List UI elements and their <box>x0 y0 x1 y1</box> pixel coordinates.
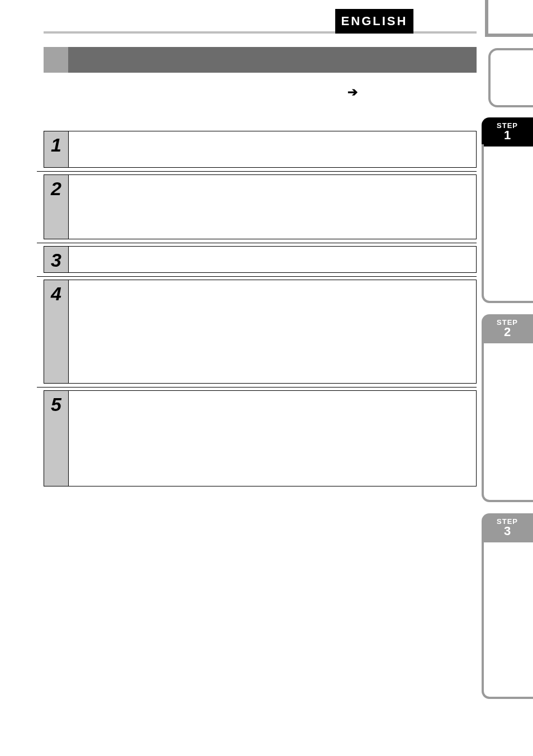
step-number: 4 <box>44 280 69 383</box>
side-tab-number: 1 <box>504 128 511 143</box>
step-row: 2 <box>44 174 477 239</box>
section-title-number-box <box>44 47 68 73</box>
side-tab-step-1: STEP 1 <box>482 117 533 147</box>
side-tab-number: 2 <box>504 325 511 339</box>
step-row: 1 <box>44 131 477 168</box>
decor-v-bar <box>485 0 488 35</box>
step-number: 3 <box>44 247 69 272</box>
language-tag: ENGLISH <box>335 9 413 34</box>
chevron-down-icon <box>44 239 477 246</box>
arrow-right-icon: ➔ <box>348 85 358 100</box>
side-tab-step-3: STEP 3 <box>482 513 533 542</box>
step-content <box>69 280 476 383</box>
chevron-down-icon <box>44 168 477 174</box>
step-row: 3 <box>44 246 477 273</box>
step-content <box>69 175 476 239</box>
step-number: 5 <box>44 391 69 486</box>
step-number: 1 <box>44 131 69 167</box>
side-panel-2 <box>482 341 533 502</box>
step-row: 4 <box>44 280 477 384</box>
step-number: 2 <box>44 175 69 239</box>
step-content <box>69 247 476 279</box>
decor-h-bar <box>485 34 533 37</box>
side-tab-step-2: STEP 2 <box>482 314 533 343</box>
chevron-down-icon <box>44 384 477 390</box>
step-row: 5 <box>44 390 477 486</box>
steps-table: 1 2 3 4 5 <box>44 131 477 486</box>
step-content <box>69 391 476 486</box>
side-panel-1 <box>482 144 533 303</box>
step-content <box>69 131 476 167</box>
right-box-top <box>488 48 533 107</box>
language-tag-text: ENGLISH <box>341 14 408 29</box>
side-panel-3 <box>482 540 533 699</box>
section-title-bar <box>44 47 477 73</box>
side-tab-number: 3 <box>504 524 511 538</box>
